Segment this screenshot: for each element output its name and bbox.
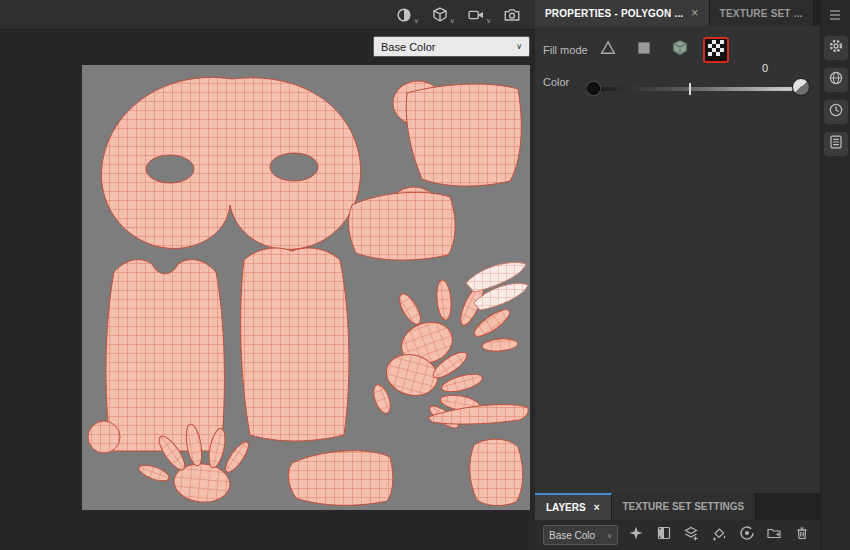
- add-smart-material-button[interactable]: [737, 525, 757, 545]
- properties-content: Fill mode: [535, 26, 820, 493]
- delete-layer-button[interactable]: [792, 525, 812, 545]
- slider-handle[interactable]: [587, 82, 600, 95]
- app-window: ∨ ∨ ∨ Base Color ∨: [0, 0, 850, 550]
- add-mask-icon: [656, 525, 672, 545]
- fill-mode-uv-chunk-button[interactable]: [703, 37, 729, 63]
- history-dock-button[interactable]: [824, 100, 848, 124]
- color-slider[interactable]: [585, 87, 793, 91]
- viewport-toolbar: ∨ ∨ ∨: [0, 0, 535, 30]
- layers-channel-value: Base Colo: [549, 530, 595, 541]
- color-swatch[interactable]: [792, 78, 810, 96]
- geometry-cube-icon: [431, 6, 449, 24]
- log-icon: [828, 134, 844, 154]
- log-dock-button[interactable]: [824, 132, 848, 156]
- fill-mode-row: Fill mode: [543, 34, 729, 66]
- display-mode-button[interactable]: ∨: [395, 6, 419, 24]
- add-smart-material-icon: [739, 525, 755, 545]
- tab-label: PROPERTIES - POLYGON ...: [545, 8, 683, 19]
- tab-label: TEXTURE SET SETTINGS: [623, 501, 745, 512]
- add-fill-layer-button[interactable]: [709, 525, 729, 545]
- add-effect-icon: [628, 525, 644, 545]
- chevron-down-icon: ∨: [516, 43, 522, 50]
- right-dock: [820, 0, 850, 550]
- uv-2d-viewport[interactable]: [82, 65, 530, 510]
- fill-mode-triangle-button[interactable]: [595, 37, 621, 63]
- camera-video-icon: [467, 6, 485, 24]
- channel-view-dropdown[interactable]: Base Color ∨: [373, 36, 530, 57]
- channel-view-value: Base Color: [381, 41, 435, 53]
- gear-icon: [828, 38, 844, 58]
- camera-video-button[interactable]: ∨: [467, 6, 491, 24]
- chevron-down-icon: ∨: [450, 17, 455, 24]
- add-mask-button[interactable]: [654, 525, 674, 545]
- add-fill-layer-icon: [711, 525, 727, 545]
- slider-midpoint-tick: [689, 83, 691, 95]
- fill-mode-label: Fill mode: [543, 44, 595, 56]
- display-settings-icon: [828, 70, 844, 90]
- tab-properties-polygon-fill[interactable]: PROPERTIES - POLYGON ... ×: [535, 0, 710, 26]
- camera-photo-button[interactable]: [503, 6, 521, 24]
- geometry-button[interactable]: ∨: [431, 6, 455, 24]
- close-icon[interactable]: ×: [691, 6, 698, 20]
- uv-chunk-fill-icon: [708, 40, 724, 60]
- panel-menu-button[interactable]: [828, 7, 842, 25]
- properties-panel: PROPERTIES - POLYGON ... × TEXTURE SET .…: [535, 0, 820, 550]
- triangle-fill-icon: [599, 39, 617, 61]
- close-icon[interactable]: ×: [594, 502, 600, 513]
- trash-icon: [794, 525, 810, 545]
- fill-mode-mesh-button[interactable]: [667, 37, 693, 63]
- layers-tabbar: LAYERS × TEXTURE SET SETTINGS: [535, 493, 820, 520]
- display-mode-icon: [395, 6, 413, 24]
- tab-texture-set-settings[interactable]: TEXTURE SET SETTINGS: [612, 493, 757, 520]
- chevron-down-icon: ∨: [414, 17, 419, 24]
- layers-toolbar: Base Colo ∨: [535, 520, 820, 550]
- add-folder-icon: [766, 525, 782, 545]
- history-icon: [828, 102, 844, 122]
- quad-fill-icon: [635, 39, 653, 61]
- camera-photo-icon: [503, 6, 521, 24]
- tab-label: LAYERS: [546, 502, 586, 513]
- add-layer-button[interactable]: [681, 525, 701, 545]
- color-label: Color: [543, 76, 569, 88]
- add-effect-button[interactable]: [626, 525, 646, 545]
- layers-channel-dropdown[interactable]: Base Colo ∨: [543, 525, 618, 545]
- panel-menu-icon: [828, 7, 842, 24]
- color-value[interactable]: 0: [762, 62, 768, 74]
- tab-layers[interactable]: LAYERS ×: [535, 493, 612, 520]
- fill-mode-quad-button[interactable]: [631, 37, 657, 63]
- tab-label: TEXTURE SET ...: [720, 8, 803, 19]
- uv-islands: [82, 65, 530, 510]
- mesh-fill-icon: [671, 39, 689, 61]
- chevron-down-icon: ∨: [607, 532, 612, 539]
- tab-texture-set[interactable]: TEXTURE SET ...: [710, 0, 814, 26]
- chevron-down-icon: ∨: [486, 17, 491, 24]
- properties-dock-button[interactable]: [824, 36, 848, 60]
- add-layer-icon: [683, 525, 699, 545]
- add-folder-button[interactable]: [765, 525, 785, 545]
- display-settings-dock-button[interactable]: [824, 68, 848, 92]
- properties-tabbar: PROPERTIES - POLYGON ... × TEXTURE SET .…: [535, 0, 820, 26]
